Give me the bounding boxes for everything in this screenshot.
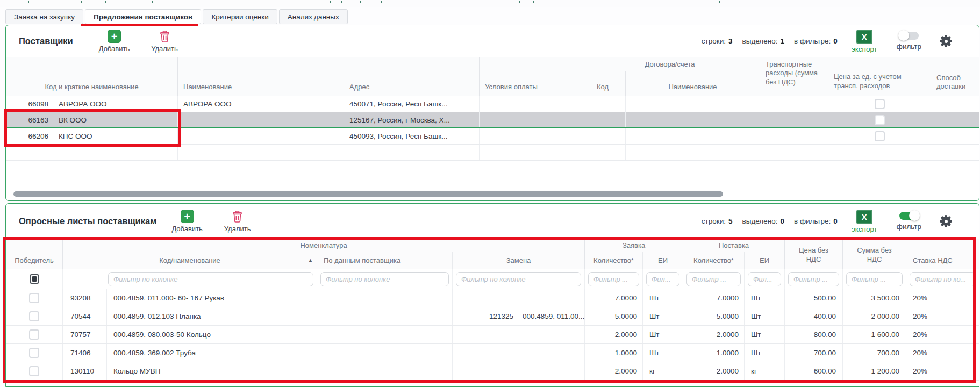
col-name[interactable]: Наименование xyxy=(178,57,344,96)
contract-code-cell xyxy=(580,128,626,144)
supplier-payment xyxy=(480,96,580,112)
item-code: 71406 xyxy=(63,344,107,362)
supplier-row[interactable]: 66098 АВРОРА ООО АВРОРА ООО 450071, Росс… xyxy=(6,96,979,112)
suppliers-panel: Поставщики + Добавить Удалить строки:3 xyxy=(5,25,979,201)
replacement-name xyxy=(518,326,585,343)
contract-name-cell xyxy=(626,96,760,112)
plus-icon: + xyxy=(181,210,194,223)
unit-price-checkbox[interactable] xyxy=(875,131,885,141)
delivery-qty: 1.0000 xyxy=(683,344,745,362)
filter-toggle-suppliers[interactable]: фильтр xyxy=(897,32,921,51)
col-request-unit[interactable]: ЕИ xyxy=(643,252,683,269)
tab-data-analysis[interactable]: Анализ данных xyxy=(279,9,348,24)
col-delivery-method[interactable]: Способ доставки xyxy=(931,57,979,96)
col-price-no-vat[interactable]: Цена без НДС xyxy=(785,239,843,269)
col-payment-terms[interactable]: Условия оплаты xyxy=(480,57,580,96)
col-amount-no-vat[interactable]: Сумма без НДС xyxy=(843,239,906,269)
col-delivery-qty[interactable]: Количество* xyxy=(683,252,745,269)
col-contract-code[interactable]: Код xyxy=(580,71,626,96)
export-excel-button[interactable]: X экспорт xyxy=(852,210,877,233)
price-filter-input[interactable] xyxy=(788,272,839,286)
unit-price-checkbox[interactable] xyxy=(875,115,885,125)
col-delivery-unit[interactable]: ЕИ xyxy=(745,252,785,269)
active-tab-red-underline-annotation xyxy=(81,24,198,26)
col-winner[interactable]: Победитель xyxy=(6,239,63,269)
tab-supplier-offers[interactable]: Предложения поставщиков xyxy=(85,9,201,24)
supplier-payment xyxy=(480,128,580,144)
add-supplier-button[interactable]: + Добавить xyxy=(99,30,130,53)
delivery-unit-filter-input[interactable] xyxy=(748,272,781,286)
request-unit: кг xyxy=(643,362,683,380)
excel-icon: X xyxy=(856,210,872,224)
col-request-qty[interactable]: Количество* xyxy=(585,252,643,269)
price-no-vat: 400.00 xyxy=(785,307,843,325)
request-unit: Шт xyxy=(643,307,683,325)
gear-icon xyxy=(940,215,952,227)
col-address[interactable]: Адрес xyxy=(344,57,480,96)
code-name-filter-input[interactable] xyxy=(108,272,313,286)
item-name: 000.4859. 369.002 Труба xyxy=(107,344,317,362)
questionnaire-row[interactable]: 70544 000.4859. 012.103 Планка 121325 00… xyxy=(6,307,979,326)
gear-icon xyxy=(940,35,952,47)
supplier-code: 66163 xyxy=(6,112,53,127)
delivery-qty-filter-input[interactable] xyxy=(686,272,741,286)
supplier-row[interactable]: 66206 КПС ООО 450093, Россия, Респ Башк.… xyxy=(6,128,979,145)
col-replacement[interactable]: Замена xyxy=(453,252,585,269)
tab-evaluation-criteria[interactable]: Критерии оценки xyxy=(203,9,277,24)
supplier-name xyxy=(178,128,344,144)
clipped-top-row xyxy=(0,0,980,7)
unit-price-checkbox[interactable] xyxy=(875,99,885,109)
by-supplier-filter-input[interactable] xyxy=(320,272,449,286)
scrollbar-thumb[interactable] xyxy=(13,191,723,197)
delivery-unit: Шт xyxy=(745,344,785,362)
supplier-name xyxy=(178,112,344,127)
winner-checkbox[interactable] xyxy=(29,348,39,358)
col-group-request: Заявка xyxy=(585,239,683,252)
replacement-name xyxy=(518,362,585,380)
questionnaire-row[interactable]: 71406 000.4859. 369.002 Труба 1.0000 Шт … xyxy=(6,344,979,362)
item-code: 93208 xyxy=(63,289,107,307)
settings-button-suppliers[interactable] xyxy=(940,35,952,47)
col-unit-price[interactable]: Цена за ед. с учетом трансп. расходов xyxy=(828,57,931,96)
item-name: 000.4859. 012.103 Планка xyxy=(107,307,317,325)
request-qty-filter-input[interactable] xyxy=(588,272,639,286)
request-qty-filter-cell xyxy=(585,269,643,289)
item-by-supplier xyxy=(317,307,453,325)
col-code-short-name[interactable]: Код и краткое наименование xyxy=(6,57,178,96)
questionnaire-row[interactable]: 130110 Кольцо МУВП 2.0000 кг 2.0000 кг 6… xyxy=(6,362,979,381)
suppliers-title: Поставщики xyxy=(19,36,73,46)
vat-filter-input[interactable] xyxy=(910,272,976,286)
sort-asc-icon[interactable]: ▲ xyxy=(308,257,313,263)
amount-filter-input[interactable] xyxy=(846,272,903,286)
col-vat-rate[interactable]: Ставка НДС xyxy=(906,239,979,269)
vat-rate: 20% xyxy=(906,344,979,362)
delivery-method-cell xyxy=(931,112,979,127)
request-unit-filter-input[interactable] xyxy=(646,272,679,286)
replacement-filter-input[interactable] xyxy=(456,272,581,286)
selected-count: 1 xyxy=(780,37,784,45)
add-questionnaire-button[interactable]: + Добавить xyxy=(171,210,202,233)
tab-purchase-request[interactable]: Заявка на закупку xyxy=(5,9,83,24)
delete-supplier-button[interactable]: Удалить xyxy=(151,30,178,53)
supplier-code: 66098 xyxy=(6,96,53,112)
winner-checkbox[interactable] xyxy=(29,366,39,376)
contract-code-cell xyxy=(580,96,626,112)
winner-checkbox[interactable] xyxy=(29,329,39,340)
toggle-on-icon xyxy=(899,212,919,220)
winner-checkbox[interactable] xyxy=(29,311,39,321)
unit-price-cell xyxy=(828,128,931,144)
select-all-checkbox[interactable] xyxy=(30,274,39,284)
col-code-name[interactable]: Код/наименование ▲ xyxy=(63,252,317,269)
export-excel-button[interactable]: X экспорт xyxy=(852,30,877,53)
col-by-supplier[interactable]: По данным поставщика xyxy=(317,252,453,269)
settings-button-questionnaires[interactable] xyxy=(940,215,952,227)
filter-toggle-questionnaires[interactable]: фильтр xyxy=(897,212,921,231)
winner-checkbox[interactable] xyxy=(29,293,39,303)
col-transport-costs[interactable]: Транспортные расходы (сумма без НДС) xyxy=(760,57,828,96)
supplier-row-selected[interactable]: 66163 ВК ООО 125167, Россия, г Москва, Х… xyxy=(6,112,979,128)
col-contract-name[interactable]: Наименование xyxy=(626,71,760,96)
delete-questionnaire-button[interactable]: Удалить xyxy=(224,210,251,233)
questionnaire-row[interactable]: 93208 000.4859. 011.000- 60- 167 Рукав 7… xyxy=(6,289,979,307)
questionnaire-row[interactable]: 70757 000.4859. 080.003-50 Кольцо 2.0000… xyxy=(6,326,979,344)
amount-no-vat: 1 600.00 xyxy=(843,326,906,343)
